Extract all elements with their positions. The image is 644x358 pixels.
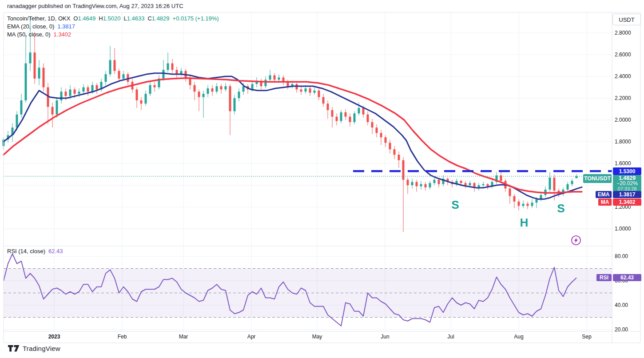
legend-block: Toncoin/Tether, 1D, OKXO1.4649H1.5020L1.…	[7, 15, 219, 39]
svg-text:2.2000: 2.2000	[615, 95, 631, 101]
symbol-tag: TONUSDT	[583, 174, 612, 183]
rsi-value-badge: 62.43	[613, 274, 641, 281]
svg-text:Jun: Jun	[381, 334, 389, 340]
change-percent: −20.02%	[616, 181, 638, 186]
close-value: 1.4829	[152, 15, 170, 22]
svg-text:2023: 2023	[48, 334, 60, 340]
high-value: 1.5020	[103, 15, 121, 22]
last-price-value: 1.4829	[619, 175, 636, 181]
last-price-badge: 1.4829 −20.02% 07:33:28	[613, 175, 641, 191]
rsi-tag: RSI	[596, 274, 612, 281]
svg-text:Aug: Aug	[514, 334, 523, 340]
svg-text:2.6000: 2.6000	[615, 52, 631, 58]
svg-text:2.4000: 2.4000	[615, 73, 631, 80]
svg-text:1.0000: 1.0000	[615, 226, 631, 232]
ma-legend-value: 1.3402	[54, 31, 72, 38]
svg-text:1.6000: 1.6000	[615, 160, 631, 167]
rsi-legend[interactable]: RSI (14, close)62.43	[7, 248, 63, 255]
svg-text:2.8000: 2.8000	[615, 30, 631, 36]
ma-legend[interactable]: MA (50, close, 0)1.3402	[7, 31, 219, 39]
svg-text:20.00: 20.00	[615, 326, 628, 333]
svg-text:Feb: Feb	[118, 334, 127, 340]
ma-line	[4, 78, 582, 193]
head-label: H	[520, 216, 529, 230]
symbol-title: Toncoin/Tether, 1D, OKX	[7, 15, 70, 22]
bar-countdown: 07:33:28	[618, 186, 637, 191]
svg-text:80.00: 80.00	[615, 253, 628, 259]
open-value: 1.4649	[78, 15, 95, 22]
ema-legend[interactable]: EMA (20, close, 0)1.3817	[7, 23, 219, 31]
svg-text:May: May	[312, 334, 322, 340]
attribution-text: ranadagger published on TradingView.com,…	[7, 3, 183, 9]
resistance-price-badge: 1.5300	[613, 167, 641, 175]
ema-legend-value: 1.3817	[57, 23, 75, 30]
svg-text:Mar: Mar	[179, 334, 188, 340]
svg-text:Jul: Jul	[447, 334, 454, 340]
svg-text:40.00: 40.00	[615, 302, 628, 308]
svg-text:Apr: Apr	[247, 334, 256, 340]
change-value: +0.0175 (+1.19%)	[173, 15, 219, 22]
right-shoulder-label: S	[557, 202, 564, 215]
time-axis-labels[interactable]: 2023FebMarAprMayJunJulAugSep	[48, 334, 592, 340]
lightning-icon[interactable]	[571, 235, 581, 246]
currency-unit-button[interactable]: USDT	[612, 14, 641, 25]
symbol-legend[interactable]: Toncoin/Tether, 1D, OKXO1.4649H1.5020L1.…	[7, 15, 219, 23]
rsi-legend-value: 62.43	[48, 248, 63, 255]
candles	[3, 16, 578, 232]
tradingview-watermark[interactable]: TradingView	[8, 345, 60, 352]
svg-text:2.0000: 2.0000	[615, 117, 631, 123]
svg-text:Sep: Sep	[582, 334, 592, 340]
watermark-text: TradingView	[23, 345, 60, 352]
ma-tag: MA	[598, 199, 612, 206]
svg-text:1.8000: 1.8000	[615, 139, 631, 145]
low-value: 1.4633	[127, 15, 145, 22]
ma-value-badge: 1.3402	[613, 199, 641, 206]
chart-canvas[interactable]: 2.80002.60002.40002.20002.00001.80001.60…	[0, 0, 644, 358]
tradingview-logo-icon	[8, 345, 20, 352]
ema-value-badge: 1.3817	[613, 191, 641, 198]
left-shoulder-label: S	[451, 198, 459, 212]
ema-tag: EMA	[596, 191, 612, 198]
